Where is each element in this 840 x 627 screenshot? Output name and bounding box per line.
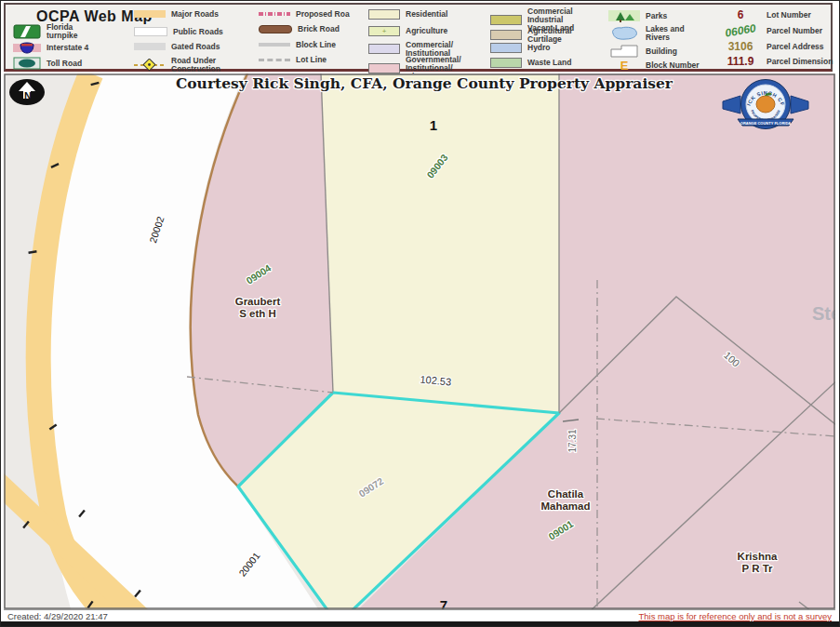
proposed-road-swatch (259, 12, 290, 16)
block-label-7: 7 (440, 597, 447, 609)
map-canvas[interactable]: Courtesy Rick Singh, CFA, Orange County … (4, 73, 835, 609)
public-roads-swatch (134, 27, 167, 36)
brick-road-swatch (259, 25, 292, 33)
owner-chatila-line1: Chatila (548, 488, 584, 500)
block-number-icon: E (608, 59, 640, 73)
legend-item-waste-land: Waste Land (490, 58, 571, 68)
legend-item-lot-number: 6 Lot Number (720, 8, 811, 21)
legend-item-parcel-dimension: 111.9 Parcel Dimension (720, 55, 833, 68)
legend-item-agricultural-curtilage: Agricultural Curtilage (490, 27, 572, 44)
north-letter: N (24, 90, 32, 101)
legend-item-residential: Residential (368, 9, 447, 20)
agriculture-swatch: + (368, 26, 400, 36)
block-label-1: 1 (430, 117, 437, 133)
watermark-text: Stel (812, 303, 835, 324)
building-icon (608, 44, 640, 59)
legend-item-major-roads: Major Roads (134, 10, 219, 19)
hydro-swatch (490, 43, 522, 53)
courtesy-title: Courtesy Rick Singh, CFA, Orange County … (176, 74, 673, 92)
legend-item-public-roads: Public Roads (134, 27, 223, 36)
owner-graubert-line2: S eth H (239, 308, 276, 319)
legend-item-gated-roads: Gated Roads (134, 43, 220, 51)
legend-item-parcel-address: 3106 Parcel Address (720, 40, 824, 53)
legend-item-florida-turnpike: Florida turnpike (13, 23, 78, 40)
parcel-address-sample: 3106 (720, 40, 761, 53)
north-arrow-icon: N (9, 79, 45, 105)
disclaimer-text: This map is for reference only and is no… (638, 611, 832, 621)
bottom-border-bar (1, 621, 840, 627)
legend-item-interstate-4: Interstate 4 (13, 42, 88, 54)
governmental-swatch (368, 63, 400, 73)
toll-road-icon (13, 57, 41, 70)
agricultural-curtilage-swatch (490, 30, 522, 40)
legend-item-lot-line: Lot Line (259, 56, 327, 64)
legend-item-lakes: Lakes and Rivers (608, 25, 685, 42)
commercial-institutional-swatch (368, 44, 400, 54)
block-line-swatch (259, 43, 290, 47)
parcel-09003[interactable] (321, 73, 559, 413)
owner-krishna-line2: P R Tr (741, 563, 773, 574)
legend-item-hydro: Hydro (490, 43, 551, 53)
parcel-map-svg: Courtesy Rick Singh, CFA, Orange County … (4, 73, 835, 609)
florida-turnpike-icon (13, 24, 41, 39)
legend-item-parcel-number: 06060 Parcel Number (720, 24, 822, 37)
legend-item-brick-road: Brick Road (259, 25, 340, 33)
legend-item-building: Building (608, 44, 677, 59)
commercial-industrial-swatch (490, 15, 522, 25)
lakes-icon (608, 25, 640, 42)
road-under-construction-icon (134, 59, 166, 72)
legend-item-block-line: Block Line (259, 41, 336, 49)
ocpa-web-map-window: OCPA Web Map Florida turnpike Interstate… (0, 0, 840, 627)
parcel-number-sample: 06060 (719, 20, 762, 40)
legend-item-toll-road: Toll Road (13, 57, 82, 70)
lot-line-swatch (259, 59, 290, 61)
lot-number-sample: 6 (720, 8, 761, 21)
major-roads-swatch (134, 10, 166, 18)
legend-item-parks: Parks (608, 8, 667, 23)
residential-swatch (368, 9, 400, 20)
owner-chatila-line2: Mahamad (540, 500, 590, 512)
logo-banner-text: ORANGE COUNTY FLORIDA (740, 121, 791, 126)
created-timestamp: Created: 4/29/2020 21:47 (7, 611, 108, 621)
waste-land-swatch (490, 58, 522, 68)
interstate-4-icon (13, 42, 41, 54)
gated-roads-swatch (134, 43, 166, 50)
parcel-dimension-sample: 111.9 (720, 55, 761, 68)
legend-item-block-number: E Block Number (608, 59, 700, 73)
owner-krishna-line1: Krishna (738, 551, 778, 562)
parks-icon (608, 8, 640, 23)
legend-panel: OCPA Web Map Florida turnpike Interstate… (4, 3, 833, 72)
owner-graubert-line1: Graubert (235, 296, 281, 307)
legend-item-proposed-road: Proposed Roa (259, 10, 350, 19)
dimension-17-31: 17.31 (567, 429, 578, 452)
legend-item-road-under-construction: Road Under Construction (134, 57, 220, 73)
legend-item-agriculture: + Agriculture (368, 26, 447, 36)
footer-bar: Created: 4/29/2020 21:47 This map is for… (4, 609, 835, 621)
